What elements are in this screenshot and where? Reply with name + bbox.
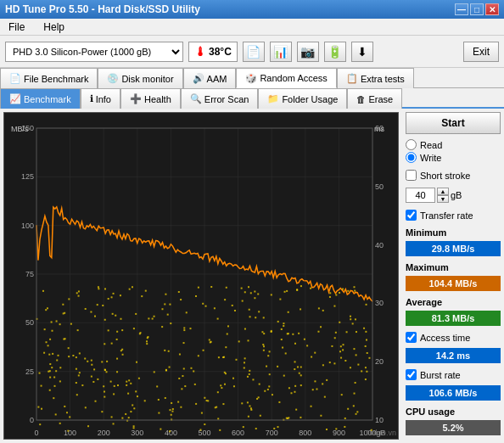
spinbox-down[interactable]: ▼ bbox=[437, 195, 449, 203]
tab-aam[interactable]: 🔊 AAM bbox=[183, 68, 237, 88]
access-time-checkbox[interactable] bbox=[406, 332, 417, 343]
file-benchmark-icon: 📄 bbox=[9, 73, 21, 84]
read-radio[interactable] bbox=[406, 139, 417, 150]
maximum-value: 104.4 MB/s bbox=[406, 276, 501, 291]
read-write-group: Read Write bbox=[406, 139, 501, 163]
toolbar-icon-5[interactable]: ⬇ bbox=[351, 42, 373, 62]
burst-rate-checkbox-container: Burst rate bbox=[406, 369, 501, 380]
burst-rate-value: 106.6 MB/s bbox=[406, 385, 501, 401]
burst-rate-checkbox[interactable] bbox=[406, 369, 417, 380]
error-scan-icon: 🔍 bbox=[190, 93, 202, 104]
window-controls: — □ ✕ bbox=[455, 3, 499, 15]
tab-row-1: 📄 File Benchmark 💿 Disk monitor 🔊 AAM 🎲 … bbox=[0, 68, 504, 88]
random-access-icon: 🎲 bbox=[245, 73, 257, 84]
tab-disk-monitor[interactable]: 💿 Disk monitor bbox=[98, 68, 182, 88]
spinbox-container: ▲ ▼ gB bbox=[406, 188, 501, 203]
aam-icon: 🔊 bbox=[193, 73, 204, 84]
access-time-value: 14.2 ms bbox=[406, 348, 501, 363]
spinbox-buttons: ▲ ▼ bbox=[437, 188, 449, 203]
title-bar: HD Tune Pro 5.50 - Hard Disk/SSD Utility… bbox=[0, 0, 504, 19]
cpu-usage-value: 5.2% bbox=[406, 420, 501, 435]
exit-button[interactable]: Exit bbox=[463, 42, 499, 62]
tab-extra-tests[interactable]: 📋 Extra tests bbox=[337, 68, 414, 88]
toolbar: PHD 3.0 Silicon-Power (1000 gB) 🌡 38°C 📄… bbox=[0, 36, 504, 68]
menu-bar: File Help bbox=[0, 19, 504, 36]
disk-monitor-icon: 💿 bbox=[107, 73, 119, 84]
toolbar-icon-3[interactable]: 📷 bbox=[297, 42, 319, 62]
tab-health[interactable]: ➕ Health bbox=[120, 88, 181, 109]
cpu-usage-label: CPU usage bbox=[406, 407, 501, 417]
info-icon: ℹ bbox=[90, 93, 93, 104]
tab-folder-usage[interactable]: 📁 Folder Usage bbox=[258, 88, 347, 109]
tab-file-benchmark[interactable]: 📄 File Benchmark bbox=[0, 68, 98, 88]
transfer-rate-checkbox-container: Transfer rate bbox=[406, 210, 501, 221]
title-text: HD Tune Pro 5.50 - Hard Disk/SSD Utility bbox=[5, 3, 200, 15]
thermometer-icon: 🌡 bbox=[194, 45, 206, 59]
minimize-button[interactable]: — bbox=[455, 3, 468, 15]
toolbar-icon-2[interactable]: 📊 bbox=[270, 42, 292, 62]
tab-random-access[interactable]: 🎲 Random Access bbox=[236, 68, 336, 88]
average-label: Average bbox=[406, 297, 501, 307]
drive-selector[interactable]: PHD 3.0 Silicon-Power (1000 gB) bbox=[5, 42, 183, 62]
toolbar-icon-4[interactable]: 🔋 bbox=[324, 42, 346, 62]
spinbox-input[interactable] bbox=[406, 188, 435, 203]
chart-area: Tinhte.vn bbox=[3, 112, 399, 440]
write-radio[interactable] bbox=[406, 152, 417, 163]
toolbar-icon-1[interactable]: 📄 bbox=[243, 42, 265, 62]
maximum-label: Maximum bbox=[406, 262, 501, 272]
transfer-rate-checkbox[interactable] bbox=[406, 210, 417, 221]
temperature-value: 38°C bbox=[209, 46, 232, 58]
tab-benchmark[interactable]: 📈 Benchmark bbox=[0, 88, 81, 109]
benchmark-icon: 📈 bbox=[9, 93, 21, 104]
start-button[interactable]: Start bbox=[406, 112, 501, 134]
menu-help[interactable]: Help bbox=[38, 20, 70, 35]
tab-error-scan[interactable]: 🔍 Error Scan bbox=[181, 88, 259, 109]
menu-file[interactable]: File bbox=[3, 20, 30, 35]
read-radio-label[interactable]: Read bbox=[406, 139, 501, 150]
right-panel: Start Read Write Short stroke ▲ ▼ gB bbox=[402, 109, 504, 443]
access-time-checkbox-container: Access time bbox=[406, 332, 501, 343]
short-stroke-checkbox[interactable] bbox=[406, 170, 417, 181]
tab-info[interactable]: ℹ Info bbox=[81, 88, 120, 109]
extra-tests-icon: 📋 bbox=[346, 73, 358, 84]
minimum-value: 29.8 MB/s bbox=[406, 241, 501, 256]
watermark: Tinhte.vn bbox=[365, 429, 396, 437]
folder-usage-icon: 📁 bbox=[267, 93, 279, 104]
maximize-button[interactable]: □ bbox=[470, 3, 484, 15]
main-content: Tinhte.vn Start Read Write Short stroke … bbox=[0, 109, 504, 443]
minimum-label: Minimum bbox=[406, 227, 501, 238]
erase-icon: 🗑 bbox=[356, 94, 366, 104]
close-button[interactable]: ✕ bbox=[485, 3, 499, 15]
write-radio-label[interactable]: Write bbox=[406, 152, 501, 163]
tab-erase[interactable]: 🗑 Erase bbox=[347, 88, 402, 109]
average-value: 81.3 MB/s bbox=[406, 311, 501, 326]
temperature-display: 🌡 38°C bbox=[188, 42, 238, 62]
benchmark-chart bbox=[4, 113, 398, 439]
health-icon: ➕ bbox=[130, 93, 142, 104]
short-stroke-checkbox-container: Short stroke bbox=[406, 170, 501, 181]
spinbox-up[interactable]: ▲ bbox=[437, 188, 449, 195]
tab-row-2: 📈 Benchmark ℹ Info ➕ Health 🔍 Error Scan… bbox=[0, 88, 504, 109]
